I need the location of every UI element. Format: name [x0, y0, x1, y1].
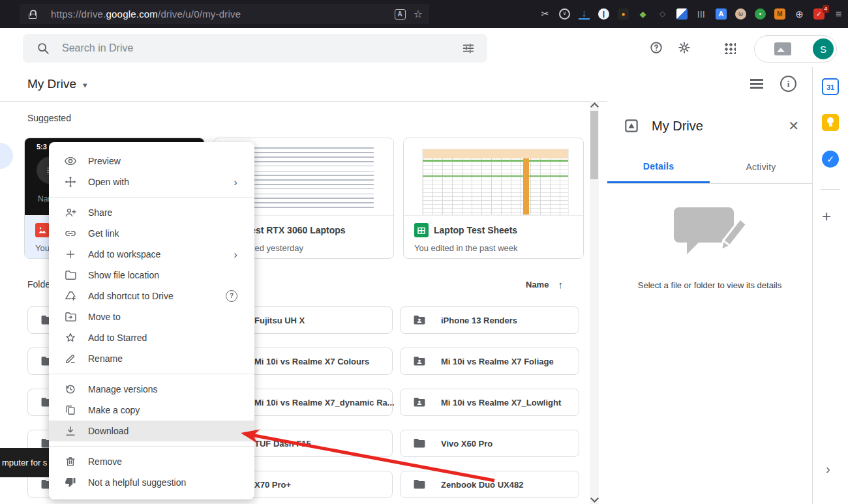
history-clock-icon	[64, 383, 77, 396]
document-text-lines	[244, 147, 374, 210]
tab-activity[interactable]: Activity	[710, 151, 812, 183]
shared-folder-icon	[412, 313, 427, 327]
drive-shortcut-icon	[64, 289, 77, 303]
menu-divider	[49, 197, 254, 198]
help-icon[interactable]	[649, 40, 663, 55]
calendar-icon[interactable]: 31	[822, 78, 839, 95]
search-bar[interactable]	[23, 34, 487, 63]
menu-item-move-to[interactable]: Move to	[49, 306, 254, 327]
pushpin-extension-icon[interactable]: ◇	[657, 8, 668, 20]
close-icon[interactable]: ✕	[788, 118, 799, 134]
menu-item-manage-versions[interactable]: Manage versions	[49, 379, 254, 400]
folder-label: Mi 10i vs Realme X7_Lowlight	[441, 398, 561, 408]
menu-item-get-link[interactable]: Get link	[49, 223, 254, 244]
left-accent-pill	[0, 143, 13, 169]
scroll-down-icon[interactable]	[590, 494, 599, 503]
apps-grid-icon[interactable]	[724, 42, 736, 54]
red-shield-extension-icon[interactable]: ✓4	[813, 8, 825, 20]
menu-item-remove[interactable]: Remove	[49, 451, 254, 472]
sort-arrow-up-icon: ↑	[558, 279, 563, 290]
folder-card-mi10i-lowlight[interactable]: Mi 10i vs Realme X7_Lowlight	[400, 389, 579, 416]
shared-folder-icon	[412, 354, 427, 368]
search-options-icon[interactable]	[461, 41, 476, 55]
menu-item-download[interactable]: Download	[49, 421, 254, 441]
folder-outline-icon	[64, 269, 77, 282]
fence-extension-icon[interactable]: |||	[696, 8, 707, 20]
strip-divider	[821, 189, 840, 190]
folder-card-mi10i-foliage[interactable]: Mi 10i vs Realme X7 Foliage	[400, 348, 579, 375]
tab-details[interactable]: Details	[607, 151, 710, 183]
details-panel-tabs: Details Activity	[607, 151, 812, 184]
card-title: Best RTX 3060 Laptops	[244, 225, 346, 235]
green-oval-extension-icon[interactable]: •	[755, 8, 766, 20]
menu-item-share[interactable]: Share	[49, 202, 254, 223]
folder-icon	[412, 436, 427, 451]
folder-card-zenbook-duo-ux482[interactable]: Zenbook Duo UX482	[400, 471, 579, 498]
extension-row: ✂ ∨ ↓ | ● ◆ ◇ ||| A ω • M ⊕ ✓4 ≡	[539, 0, 844, 28]
menu-item-preview[interactable]: Preview	[49, 151, 254, 171]
menu-item-add-shortcut-to-drive[interactable]: Add shortcut to Drive ?	[49, 286, 254, 306]
menu-item-show-file-location[interactable]: Show file location	[49, 265, 254, 286]
vertical-scrollbar[interactable]	[590, 101, 599, 504]
download-arrow-extension-icon[interactable]: ↓	[579, 8, 590, 20]
bookmark-star-icon[interactable]: ☆	[414, 8, 423, 20]
fox-extension-icon[interactable]: M	[774, 8, 785, 20]
menu-item-label: Manage versions	[88, 384, 158, 394]
scrollbar-thumb[interactable]	[590, 111, 598, 179]
pencil-icon	[64, 352, 77, 365]
account-pill[interactable]: S	[754, 35, 837, 63]
menu-item-label: Open with	[88, 177, 129, 187]
scissors-extension-icon[interactable]: ✂	[539, 8, 551, 20]
browser-menu-icon[interactable]: ≡	[833, 8, 844, 20]
orange-owl-extension-icon[interactable]: ●	[618, 8, 629, 20]
card-title: Laptop Test Sheets	[434, 225, 517, 235]
drive-app-header: S	[0, 28, 848, 67]
scroll-up-icon[interactable]	[590, 102, 599, 111]
side-panel-strip: 31 ✓ + ›	[812, 67, 848, 504]
hide-panel-chevron-icon[interactable]: ›	[826, 462, 830, 477]
settings-gear-icon[interactable]	[677, 40, 691, 55]
plus-icon	[64, 248, 77, 261]
tasks-icon[interactable]: ✓	[822, 151, 839, 168]
menu-item-rename[interactable]: Rename	[49, 348, 254, 369]
menu-item-add-to-starred[interactable]: Add to Starred	[49, 327, 254, 348]
help-circle-icon[interactable]: ?	[226, 290, 237, 302]
context-menu: Preview Open with › Share Get link Add t…	[49, 142, 254, 499]
globe-extension-icon[interactable]: ⊕	[794, 8, 805, 20]
green-diamond-extension-icon[interactable]: ◆	[637, 8, 648, 20]
menu-item-open-with[interactable]: Open with ›	[49, 171, 254, 192]
list-view-icon[interactable]	[750, 79, 763, 89]
search-icon[interactable]	[36, 41, 50, 55]
menu-item-add-to-workspace[interactable]: Add to workspace ›	[49, 244, 254, 265]
page: https://drive.google.com/drive/u/0/my-dr…	[0, 0, 848, 504]
caret-down-icon: ▾	[83, 80, 87, 90]
lock-icon	[29, 10, 37, 18]
url-text[interactable]: https://drive.google.com/drive/u/0/my-dr…	[51, 8, 241, 20]
chevron-right-icon: ›	[234, 249, 237, 260]
menu-item-label: Add to workspace	[88, 249, 160, 259]
circle-bar-extension-icon[interactable]: |	[598, 8, 609, 20]
sort-control[interactable]: Name↑	[526, 279, 563, 290]
info-icon[interactable]: i	[780, 76, 796, 92]
folder-card-iphone-13-renders[interactable]: iPhone 13 Renders	[400, 306, 579, 334]
folder-label: Vivo X60 Pro	[441, 439, 492, 449]
monkey-extension-icon[interactable]: ω	[735, 8, 746, 20]
breadcrumb-my-drive[interactable]: My Drive▾	[27, 77, 87, 91]
translate-extension-icon[interactable]: A	[716, 8, 727, 20]
menu-item-label: Make a copy	[88, 405, 140, 415]
shield-check-extension-icon[interactable]: ∨	[559, 8, 570, 20]
menu-item-not-helpful-suggestion[interactable]: Not a helpful suggestion	[49, 472, 254, 493]
suggested-card-spreadsheet[interactable]: Laptop Test Sheets You edited in the pas…	[403, 138, 584, 259]
get-addons-plus-icon[interactable]: +	[822, 207, 831, 226]
menu-item-make-a-copy[interactable]: Make a copy	[49, 400, 254, 421]
avatar[interactable]: S	[813, 38, 834, 59]
search-input[interactable]	[61, 42, 461, 55]
translate-icon[interactable]: A	[395, 9, 406, 20]
keep-icon[interactable]	[822, 114, 839, 131]
folder-card-vivo-x60-pro[interactable]: Vivo X60 Pro	[400, 430, 579, 457]
url-bar[interactable]: https://drive.google.com/drive/u/0/my-dr…	[20, 4, 429, 24]
details-panel-header: My Drive ✕	[607, 101, 812, 151]
star-outline-icon	[64, 331, 77, 344]
red-shield-glyph: ✓	[816, 10, 821, 18]
photo-square-extension-icon[interactable]	[676, 8, 688, 20]
